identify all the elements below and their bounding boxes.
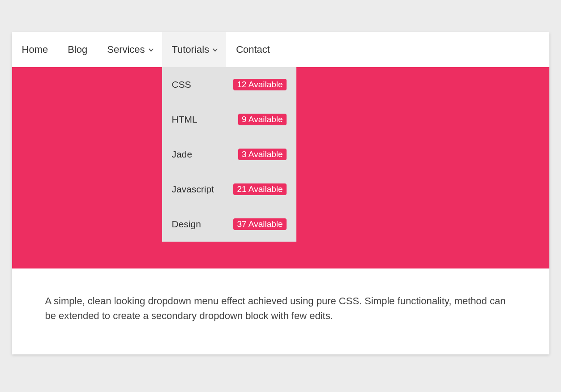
dropdown-item-label: Design <box>172 219 201 230</box>
nav-item-blog[interactable]: Blog <box>58 32 97 67</box>
nav-item-tutorials[interactable]: Tutorials <box>162 32 227 67</box>
nav-item-services[interactable]: Services <box>97 32 162 67</box>
dropdown-item-jade[interactable]: Jade 3 Available <box>162 137 296 172</box>
count-badge: 12 Available <box>233 79 286 90</box>
nav-item-label: Tutorials <box>172 44 210 55</box>
description-text: A simple, clean looking dropdown menu ef… <box>12 268 549 354</box>
nav-item-label: Services <box>107 44 145 55</box>
nav-item-label: Blog <box>68 44 87 55</box>
tutorials-dropdown: CSS 12 Available HTML 9 Available Jade 3… <box>162 67 296 242</box>
count-badge: 3 Available <box>238 149 287 160</box>
chevron-down-icon <box>148 47 153 51</box>
count-badge: 9 Available <box>238 114 287 125</box>
dropdown-item-label: CSS <box>172 79 191 90</box>
count-badge: 37 Available <box>233 218 286 230</box>
chevron-down-icon <box>213 47 218 51</box>
count-badge: 21 Available <box>233 183 286 195</box>
dropdown-item-label: HTML <box>172 114 197 125</box>
demo-card: Home Blog Services Tutorials Contact CSS… <box>12 32 549 354</box>
nav-item-home[interactable]: Home <box>12 32 58 67</box>
nav-item-label: Home <box>22 44 48 55</box>
dropdown-item-html[interactable]: HTML 9 Available <box>162 102 296 137</box>
hero-area: CSS 12 Available HTML 9 Available Jade 3… <box>12 67 549 268</box>
dropdown-item-javascript[interactable]: Javascript 21 Available <box>162 172 296 207</box>
main-nav: Home Blog Services Tutorials Contact <box>12 32 549 67</box>
dropdown-item-label: Javascript <box>172 184 214 195</box>
dropdown-item-css[interactable]: CSS 12 Available <box>162 67 296 102</box>
dropdown-item-design[interactable]: Design 37 Available <box>162 207 296 242</box>
nav-item-label: Contact <box>236 44 270 55</box>
dropdown-item-label: Jade <box>172 149 193 160</box>
nav-item-contact[interactable]: Contact <box>226 32 280 67</box>
